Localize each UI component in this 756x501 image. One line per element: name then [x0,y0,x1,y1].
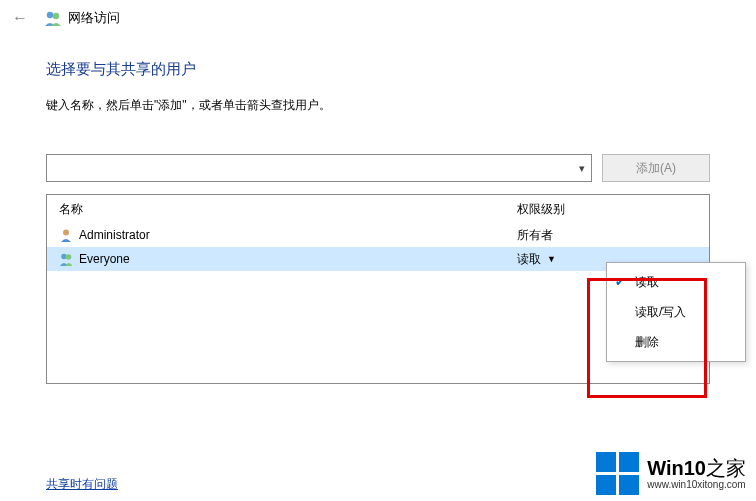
permission-menu-item-read[interactable]: ✔ 读取 [607,267,745,297]
cell-name: Administrator [47,228,513,242]
menu-item-label: 读取 [635,274,659,291]
user-select-combo[interactable]: ▾ [46,154,592,182]
watermark-text: Win10之家 www.win10xitong.com [647,457,746,490]
title-bar: ← 网络访问 [0,0,756,36]
menu-item-label: 读取/写入 [635,304,686,321]
check-icon: ✔ [615,275,625,289]
window-title: 网络访问 [68,9,120,27]
instruction-text: 键入名称，然后单击"添加"，或者单击箭头查找用户。 [46,97,710,114]
users-table: 名称 权限级别 Administrator 所有者 [46,194,710,384]
cell-permission[interactable]: 所有者 [513,227,709,244]
permission-menu-item-remove[interactable]: 删除 [607,327,745,357]
network-access-icon [44,9,62,27]
row-permission: 读取 [517,251,541,268]
watermark-url: www.win10xitong.com [647,479,746,490]
svg-point-1 [53,13,59,19]
content-area: 选择要与其共享的用户 键入名称，然后单击"添加"，或者单击箭头查找用户。 ▾ 添… [46,60,710,384]
column-permission[interactable]: 权限级别 [513,201,709,218]
caret-down-icon: ▼ [547,254,556,264]
watermark: Win10之家 www.win10xitong.com [596,452,746,495]
watermark-brand-light: 之家 [706,457,746,479]
help-link[interactable]: 共享时有问题 [46,476,118,493]
svg-point-4 [66,254,72,260]
row-name: Everyone [79,252,130,266]
table-header: 名称 权限级别 [47,195,709,223]
user-icon [59,228,73,242]
chevron-down-icon: ▾ [579,162,585,175]
user-input-row: ▾ 添加(A) [46,154,710,182]
row-name: Administrator [79,228,150,242]
table-row[interactable]: Administrator 所有者 [47,223,709,247]
watermark-brand-bold: Win10 [647,457,706,479]
row-permission: 所有者 [517,227,553,244]
windows-logo-icon [596,452,639,495]
column-name[interactable]: 名称 [47,201,513,218]
permission-menu: ✔ 读取 读取/写入 删除 [606,262,746,362]
svg-point-2 [63,230,69,236]
permission-menu-item-readwrite[interactable]: 读取/写入 [607,297,745,327]
group-icon [59,252,73,266]
menu-item-label: 删除 [635,334,659,351]
page-heading: 选择要与其共享的用户 [46,60,710,79]
add-button-label: 添加(A) [636,160,676,177]
back-button[interactable]: ← [8,6,32,30]
back-arrow-icon: ← [12,9,28,27]
cell-name: Everyone [47,252,513,266]
add-button: 添加(A) [602,154,710,182]
svg-point-0 [47,12,53,18]
